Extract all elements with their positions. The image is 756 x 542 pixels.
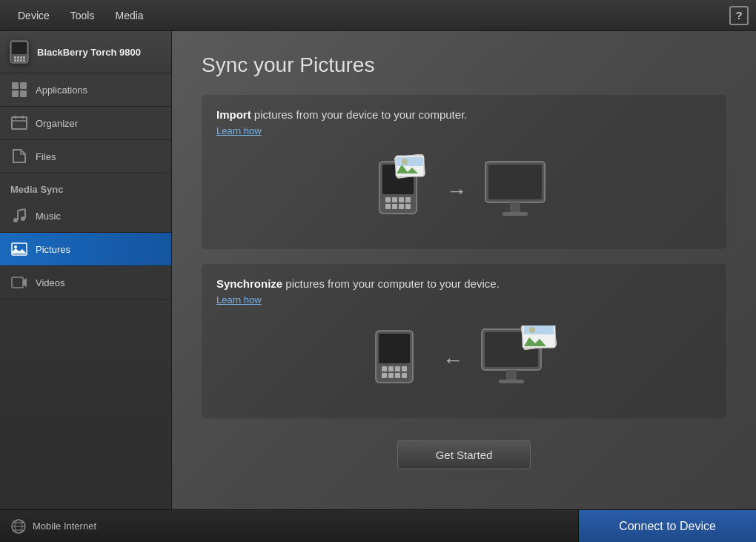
svg-rect-48 xyxy=(388,366,394,371)
device-name: BlackBerry Torch 9800 xyxy=(37,47,141,58)
svg-rect-52 xyxy=(388,373,394,378)
sync-heading: Synchronize pictures from your computer … xyxy=(216,277,712,290)
sync-monitor-icon xyxy=(478,325,560,396)
content-area: Sync your Pictures Import pictures from … xyxy=(172,31,756,509)
svg-rect-4 xyxy=(20,56,22,59)
svg-rect-40 xyxy=(397,157,423,166)
connect-to-device-button[interactable]: Connect to Device xyxy=(578,510,756,543)
svg-rect-30 xyxy=(399,197,404,202)
organizer-icon xyxy=(10,114,28,132)
svg-rect-8 xyxy=(23,56,25,59)
arrow-right-icon: → xyxy=(446,181,467,202)
organizer-label: Organizer xyxy=(36,118,78,129)
svg-rect-46 xyxy=(379,334,410,363)
svg-rect-51 xyxy=(382,373,387,378)
svg-rect-3 xyxy=(17,56,19,59)
sidebar-item-music[interactable]: Music xyxy=(0,199,171,233)
svg-rect-32 xyxy=(385,204,391,209)
sync-learn-how[interactable]: Learn how xyxy=(216,294,262,305)
svg-rect-25 xyxy=(12,277,23,288)
svg-rect-1 xyxy=(12,42,27,54)
menu-device[interactable]: Device xyxy=(7,6,60,25)
pictures-label: Pictures xyxy=(36,244,70,255)
svg-rect-33 xyxy=(392,204,397,209)
mobile-internet-label: Mobile Internet xyxy=(33,520,96,532)
svg-rect-31 xyxy=(405,197,411,202)
pictures-icon xyxy=(10,240,28,258)
device-item[interactable]: BlackBerry Torch 9800 xyxy=(0,31,171,73)
svg-rect-35 xyxy=(405,204,411,209)
music-label: Music xyxy=(36,211,61,222)
svg-rect-58 xyxy=(499,380,524,383)
media-sync-label: Media Sync xyxy=(0,173,171,199)
svg-rect-7 xyxy=(20,59,22,62)
svg-rect-53 xyxy=(395,373,400,378)
svg-rect-10 xyxy=(12,82,19,89)
svg-rect-28 xyxy=(385,197,391,202)
import-section: Import pictures from your device to your… xyxy=(202,95,726,249)
svg-rect-12 xyxy=(12,90,19,97)
svg-rect-49 xyxy=(395,366,400,371)
svg-line-22 xyxy=(18,209,25,211)
svg-rect-43 xyxy=(510,202,520,214)
svg-rect-57 xyxy=(506,370,517,381)
svg-rect-63 xyxy=(524,325,554,334)
svg-rect-9 xyxy=(23,59,25,62)
bottom-bar: Mobile Internet Connect to Device xyxy=(0,509,756,542)
blackberry-icon xyxy=(7,40,31,64)
sidebar-item-applications[interactable]: Applications xyxy=(0,73,171,107)
mobile-internet-icon xyxy=(10,518,27,535)
sync-diagram: ← xyxy=(216,316,712,405)
import-monitor-icon xyxy=(482,158,556,225)
menu-media[interactable]: Media xyxy=(105,6,153,25)
videos-label: Videos xyxy=(36,277,65,288)
sync-section: Synchronize pictures from your computer … xyxy=(202,264,726,418)
svg-rect-44 xyxy=(503,212,528,216)
import-heading: Import pictures from your device to your… xyxy=(216,108,712,121)
help-button[interactable]: ? xyxy=(729,6,749,25)
svg-rect-14 xyxy=(12,117,27,129)
svg-rect-47 xyxy=(382,366,387,371)
import-phone-icon xyxy=(372,154,431,228)
sidebar-item-pictures[interactable]: Pictures xyxy=(0,233,171,266)
applications-label: Applications xyxy=(36,85,87,96)
sidebar-item-videos[interactable]: Videos xyxy=(0,266,171,300)
mobile-internet-section: Mobile Internet xyxy=(0,518,578,535)
svg-rect-5 xyxy=(14,59,16,62)
sidebar-item-organizer[interactable]: Organizer xyxy=(0,107,171,140)
sidebar-item-files[interactable]: Files xyxy=(0,140,171,173)
svg-rect-50 xyxy=(402,366,407,371)
files-label: Files xyxy=(36,151,56,162)
menu-bar: Device Tools Media ? xyxy=(0,0,756,31)
svg-rect-29 xyxy=(392,197,397,202)
menu-tools[interactable]: Tools xyxy=(60,6,105,25)
svg-rect-13 xyxy=(20,90,27,97)
svg-rect-54 xyxy=(402,373,407,378)
svg-rect-2 xyxy=(14,56,16,59)
svg-point-24 xyxy=(14,245,17,248)
svg-rect-34 xyxy=(399,204,404,209)
svg-rect-6 xyxy=(17,59,19,62)
sync-phone-icon xyxy=(368,323,428,397)
applications-icon xyxy=(10,81,28,99)
files-icon xyxy=(10,148,28,165)
svg-rect-11 xyxy=(20,82,27,89)
svg-rect-42 xyxy=(488,165,542,199)
music-icon xyxy=(10,207,28,225)
videos-icon xyxy=(10,274,28,291)
import-learn-how[interactable]: Learn how xyxy=(216,125,262,136)
arrow-left-icon: ← xyxy=(442,350,463,371)
main-layout: BlackBerry Torch 9800 Applications Organ… xyxy=(0,31,756,509)
import-diagram: → xyxy=(216,147,712,236)
get-started-button[interactable]: Get Started xyxy=(397,440,531,469)
sidebar: BlackBerry Torch 9800 Applications Organ… xyxy=(0,31,172,509)
page-title: Sync your Pictures xyxy=(202,53,726,77)
